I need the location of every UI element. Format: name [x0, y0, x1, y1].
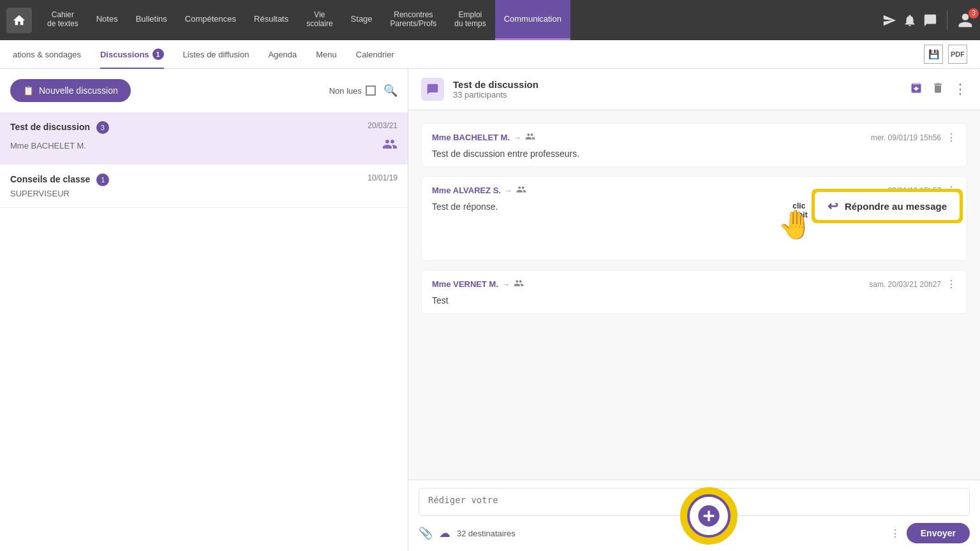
- nav-notes[interactable]: Notes: [87, 0, 127, 40]
- save-btn[interactable]: 💾: [924, 45, 943, 64]
- clic-droit-area: clicdroit 🤚 ↩ Répondre au message: [778, 202, 956, 253]
- non-lues-label: Non lues: [329, 86, 362, 96]
- more-options-btn[interactable]: ⋮: [953, 81, 967, 98]
- attach-icon[interactable]: 📎: [419, 526, 433, 540]
- right-panel: Test de discussion 33 participants ⋮ Mme…: [408, 69, 980, 551]
- thread-participants: 33 participants: [453, 90, 901, 99]
- nav-items: Cahier de textes Notes Bulletins Compéte…: [38, 0, 882, 40]
- search-button[interactable]: 🔍: [383, 84, 397, 98]
- message-group-icon: [525, 131, 535, 143]
- non-lues-section: Non lues: [329, 85, 376, 96]
- reply-button[interactable]: ↩ Répondre au message: [815, 192, 960, 220]
- discussion-date: 10/01/19: [368, 173, 397, 182]
- subnav-listes[interactable]: Listes de diffusion: [183, 40, 249, 69]
- top-nav: Cahier de textes Notes Bulletins Compéte…: [0, 0, 980, 40]
- discussions-badge: 1: [152, 48, 164, 60]
- thread-info: Test de discussion 33 participants: [453, 79, 901, 99]
- discussion-list: Test de discussion 3 20/03/21 Mme BACHEL…: [0, 112, 408, 551]
- nav-vie[interactable]: Vie scolaire: [297, 0, 341, 40]
- message-time: sam. 20/03/21 20h27: [869, 280, 941, 289]
- messages-area: Mme BACHELET M. → mer. 09/01/19 15h56 ⋮ …: [408, 110, 980, 480]
- nav-right: 3: [882, 11, 974, 30]
- pdf-btn[interactable]: PDF: [948, 45, 967, 64]
- subnav-agenda[interactable]: Agenda: [268, 40, 297, 69]
- message-body: Test de réponse.: [432, 202, 771, 212]
- discussion-title: Conseils de classe: [10, 174, 90, 184]
- message-time: mer. 09/01/19 15h56: [871, 133, 941, 142]
- delete-btn[interactable]: [932, 82, 944, 98]
- nav-bulletins[interactable]: Bulletins: [127, 0, 176, 40]
- subnav-right: 💾 PDF: [924, 45, 967, 64]
- avatar-badge: 3: [969, 8, 979, 18]
- discussion-item[interactable]: Test de discussion 3 20/03/21 Mme BACHEL…: [0, 112, 408, 165]
- nav-rencontres[interactable]: Rencontres Parents/Profs: [382, 0, 446, 40]
- message-more-btn[interactable]: ⋮: [946, 131, 956, 143]
- message-body: Test de discussion entre professeurs.: [432, 149, 956, 159]
- destinataires-label: 32 destinataires: [457, 529, 884, 538]
- non-lues-checkbox[interactable]: [366, 85, 376, 96]
- message-group-icon: [514, 278, 524, 290]
- main-content: 📋 Nouvelle discussion Non lues 🔍 Test de…: [0, 69, 980, 551]
- reply-arrow-icon: ↩: [828, 198, 838, 214]
- discussion-item[interactable]: Conseils de classe 1 10/01/19 SUPERVISEU…: [0, 165, 408, 208]
- discussion-author: SUPERVISEUR: [10, 189, 70, 198]
- header-actions: ⋮: [910, 81, 967, 98]
- message-more-btn[interactable]: ⋮: [946, 278, 956, 290]
- message-sender: Mme BACHELET M. →: [432, 131, 535, 143]
- nav-resultats[interactable]: Résultats: [245, 0, 297, 40]
- nav-stage[interactable]: Stage: [342, 0, 382, 40]
- message-sender: Mme VERNET M. →: [432, 278, 524, 290]
- group-icon: [382, 136, 397, 155]
- nav-cahier[interactable]: Cahier de textes: [38, 0, 87, 40]
- nouvelle-discussion-button[interactable]: 📋 Nouvelle discussion: [10, 79, 131, 102]
- envoyer-button[interactable]: Envoyer: [907, 523, 970, 543]
- archive-btn[interactable]: [910, 82, 923, 98]
- message-sender: Mme ALVAREZ S. →: [432, 184, 526, 196]
- subnav-menu[interactable]: Menu: [316, 40, 337, 69]
- message-body: Test: [432, 295, 956, 305]
- sub-nav: ations & sondages Discussions 1 Listes d…: [0, 40, 980, 69]
- plus-highlight: [680, 487, 738, 545]
- thread-icon: [421, 78, 444, 101]
- message-card: Mme ALVAREZ S. → mer. 09/01/19 15h57 ⋮ T…: [421, 176, 967, 261]
- discussion-count: 1: [96, 173, 109, 186]
- message-card: Mme VERNET M. → sam. 20/03/21 20h27 ⋮ Te…: [421, 270, 967, 314]
- subnav-informations[interactable]: ations & sondages: [13, 40, 81, 69]
- discussion-author: Mme BACHELET M.: [10, 141, 86, 151]
- new-discussion-icon: 📋: [23, 85, 34, 96]
- subnav-discussions[interactable]: Discussions 1: [100, 40, 164, 69]
- left-panel: 📋 Nouvelle discussion Non lues 🔍 Test de…: [0, 69, 408, 551]
- cloud-icon[interactable]: ☁: [439, 526, 450, 540]
- nav-divider: [947, 11, 947, 30]
- plus-circle-btn[interactable]: [687, 494, 731, 538]
- cursor-hand-icon: 🤚: [778, 208, 813, 241]
- notifications-btn[interactable]: [903, 13, 917, 27]
- nav-communication[interactable]: Communication: [495, 0, 570, 40]
- compose-area: 📎 ☁ 32 destinataires ⋮ Envoyer: [408, 480, 980, 551]
- home-button[interactable]: [6, 8, 32, 33]
- reply-highlight: ↩ Répondre au message: [812, 189, 963, 223]
- nav-competences[interactable]: Compétences: [176, 0, 245, 40]
- right-panel-header: Test de discussion 33 participants ⋮: [408, 69, 980, 110]
- avatar-btn[interactable]: 3: [957, 12, 974, 29]
- send-icon-btn[interactable]: [882, 13, 896, 27]
- message-group-icon: [516, 184, 526, 196]
- discussion-title: Test de discussion: [10, 122, 90, 132]
- chat-btn[interactable]: [923, 13, 937, 27]
- thread-title: Test de discussion: [453, 79, 901, 90]
- discussion-count: 3: [96, 121, 109, 134]
- discussion-date: 20/03/21: [368, 121, 397, 130]
- compose-more-btn[interactable]: ⋮: [890, 527, 900, 540]
- left-panel-header: 📋 Nouvelle discussion Non lues 🔍: [0, 69, 408, 112]
- message-card: Mme BACHELET M. → mer. 09/01/19 15h56 ⋮ …: [421, 123, 967, 167]
- subnav-calendrier[interactable]: Calendrier: [356, 40, 394, 69]
- nav-emploi[interactable]: Emploi du temps: [445, 0, 494, 40]
